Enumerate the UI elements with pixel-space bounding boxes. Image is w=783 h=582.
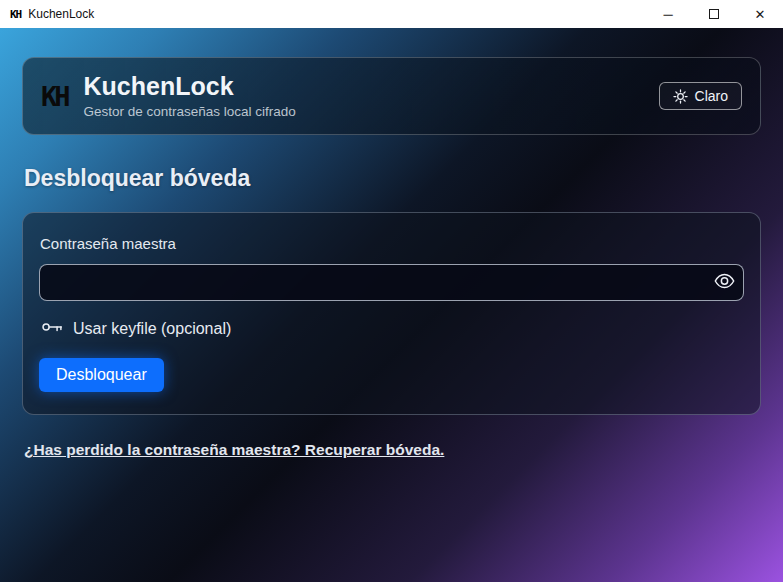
titlebar: KH KuchenLock ─ ✕ [0, 0, 783, 28]
sun-icon [673, 89, 688, 104]
unlock-button[interactable]: Desbloquear [39, 358, 164, 392]
eye-icon [714, 273, 735, 292]
master-password-label: Contraseña maestra [40, 235, 744, 252]
app-logo-icon: KH [41, 83, 68, 110]
window-controls: ─ ✕ [645, 0, 783, 28]
maximize-icon [709, 9, 719, 19]
theme-toggle-button[interactable]: Claro [659, 82, 742, 110]
app-background: KH KuchenLock Gestor de contraseñas loca… [0, 28, 783, 582]
close-icon: ✕ [755, 7, 766, 22]
minimize-icon: ─ [663, 7, 672, 22]
app-logo-icon: KH [10, 8, 21, 21]
header-card: KH KuchenLock Gestor de contraseñas loca… [22, 57, 761, 135]
keyfile-label: Usar keyfile (opcional) [73, 320, 231, 338]
password-input-wrap [39, 264, 744, 301]
unlock-card: Contraseña maestra [22, 212, 761, 415]
app-title: KuchenLock [84, 73, 659, 101]
keyfile-option[interactable]: Usar keyfile (opcional) [41, 320, 744, 338]
titlebar-app-info: KH KuchenLock [0, 7, 94, 21]
toggle-password-visibility-button[interactable] [708, 269, 740, 297]
header-text: KuchenLock Gestor de contraseñas local c… [84, 73, 659, 119]
page-title: Desbloquear bóveda [24, 165, 761, 192]
key-icon [41, 320, 63, 338]
minimize-button[interactable]: ─ [645, 0, 691, 28]
app-subtitle: Gestor de contraseñas local cifrado [84, 104, 659, 119]
maximize-button[interactable] [691, 0, 737, 28]
master-password-input[interactable] [39, 264, 744, 301]
recover-vault-link[interactable]: ¿Has perdido la contraseña maestra? Recu… [24, 441, 444, 459]
theme-toggle-label: Claro [695, 88, 728, 104]
window-title: KuchenLock [28, 7, 94, 21]
close-button[interactable]: ✕ [737, 0, 783, 28]
